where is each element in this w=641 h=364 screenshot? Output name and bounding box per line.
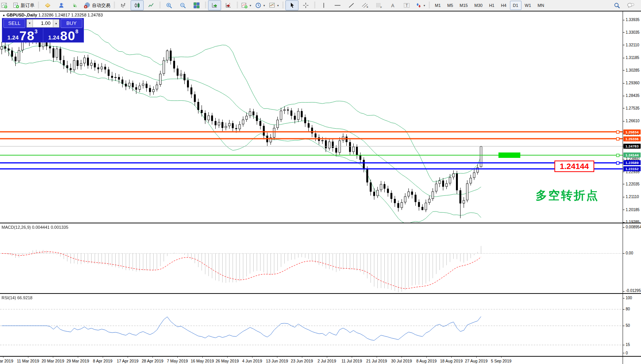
crosshair-button[interactable] [299,0,312,10]
date-tick-label: 27 Aug 2019 [465,359,488,363]
toolbar-grip [205,2,206,9]
indicators-icon [241,2,248,8]
price-axis[interactable]: 1.339351.330351.321101.311851.302851.293… [623,11,641,223]
autotrade-label: 自动交易 [92,2,110,9]
macd-tick-label: 0.00 [626,251,633,255]
rsi-tick-label: 0 [626,351,628,355]
date-tick-label: 11 Mar 2019 [17,359,39,363]
tab-timeframe-h4[interactable]: H4 [498,1,509,10]
tab-timeframe-m5[interactable]: M5 [444,1,456,10]
rsi-pane-canvas[interactable] [0,294,623,356]
chart-menu-icon[interactable] [0,0,11,10]
date-tick [501,357,502,358]
svg-text:F: F [380,6,382,8]
candlestick-chart-button[interactable] [131,0,144,10]
sell-button[interactable]: SELL [3,19,25,28]
tile-windows-button[interactable] [190,0,203,10]
trendline-button[interactable] [345,0,358,10]
collapse-icon[interactable]: ▲ [2,13,5,17]
candlestick-chart-icon [134,2,140,8]
main-chart-canvas[interactable] [0,11,623,223]
indicators-button[interactable]: ▾ [240,0,253,10]
toolbar-grip [282,2,284,9]
tab-timeframe-d1[interactable]: D1 [510,1,521,10]
axis-tick [623,58,625,58]
tab-timeframe-mn[interactable]: MN [534,1,547,10]
zoom-out-button[interactable] [176,0,189,10]
signals-button[interactable] [69,0,82,10]
rsi-tick-label: 15 [626,343,630,347]
chart-shift-button[interactable] [222,0,235,10]
date-tick-label: 21 Jul 2019 [366,359,387,363]
price-level-callout[interactable]: 1.24144 [554,161,594,172]
rsi-axis[interactable]: 1008050150 [623,294,641,356]
chevron-down-icon: ▾ [249,4,251,7]
price-tick-label: 1.21110 [626,195,639,199]
tab-timeframe-m30[interactable]: M30 [471,1,485,10]
date-tick-label: 5 Sep 2019 [491,359,511,363]
axis-tick [623,121,625,121]
cursor-button[interactable] [285,0,298,10]
vertical-line-button[interactable] [317,0,330,10]
mt4-window: 新订单 自动交易 [0,0,641,364]
horizontal-line-icon [334,2,341,8]
tab-timeframe-m1[interactable]: M1 [432,1,444,10]
chat-button[interactable] [624,0,637,10]
buy-button[interactable]: BUY [61,19,82,28]
arrows-button[interactable]: ▾ [414,0,427,10]
buy-price[interactable]: 1.24 80 8 [43,28,84,42]
date-axis[interactable]: 1 Mar 201911 Mar 201920 Mar 201929 Mar 2… [0,357,623,364]
axis-tick [623,32,625,33]
line-chart-button[interactable] [144,0,157,10]
date-tick [277,357,277,358]
bar-chart-button[interactable] [117,0,130,10]
date-tick-label: 7 May 2019 [167,359,188,363]
date-tick-label: 18 Aug 2019 [440,359,463,363]
tab-timeframe-m15[interactable]: M15 [457,1,471,10]
axis-tick [623,197,625,197]
svg-text:T: T [405,3,408,8]
annotation-text[interactable]: 多空转折点 [536,188,599,203]
fibonacci-button[interactable]: F [372,0,385,10]
search-button[interactable] [610,0,623,10]
autotrade-button[interactable]: 自动交易 [82,0,112,10]
tab-timeframe-w1[interactable]: W1 [522,1,534,10]
macd-axis[interactable]: 0.0089540.00-0.012957 [623,223,641,293]
volume-increase-button[interactable]: ▲ [53,19,59,28]
metaeditor-button[interactable] [41,0,54,10]
macd-label: MACD(12,26,9) 0.004441 0.001335 [2,225,68,230]
sell-price-small: 1.24 [7,34,18,41]
macd-pane-canvas[interactable] [0,223,623,293]
axis-tick [623,83,625,84]
toolbar-grip [38,2,39,9]
zoom-in-button[interactable] [162,0,175,10]
new-order-button[interactable]: 新订单 [11,0,36,10]
horizontal-line-button[interactable] [331,0,344,10]
community-button[interactable] [55,0,68,10]
volume-decrease-button[interactable]: ▼ [26,19,33,28]
periods-button[interactable]: ▾ [254,0,267,10]
price-line-tag: 1.23589 [623,160,641,165]
chart-shift-icon [225,2,231,8]
buy-price-big: 80 [60,30,75,41]
axis-tick [623,96,625,96]
sell-price[interactable]: 1.24 78 3 [2,28,43,42]
text-label-button[interactable]: T [400,0,413,10]
toolbar-grip [237,2,238,9]
pane-divider[interactable] [0,223,641,223]
date-tick [426,357,427,358]
buy-price-sup: 8 [75,29,79,34]
sell-price-big: 78 [20,30,35,41]
equidistant-channel-button[interactable]: E [359,0,372,10]
date-tick [202,357,203,358]
date-tick [302,357,302,358]
text-button[interactable]: A [386,0,399,10]
volume-input[interactable]: 1.00 [33,19,53,28]
auto-scroll-button[interactable] [208,0,221,10]
date-tick-label: 28 Apr 2019 [142,359,164,363]
text-icon: A [390,2,396,8]
templates-button[interactable]: ▾ [267,0,280,10]
sell-price-sup: 3 [34,29,38,34]
tab-timeframe-h1[interactable]: H1 [486,1,497,10]
pane-divider[interactable] [0,293,641,294]
